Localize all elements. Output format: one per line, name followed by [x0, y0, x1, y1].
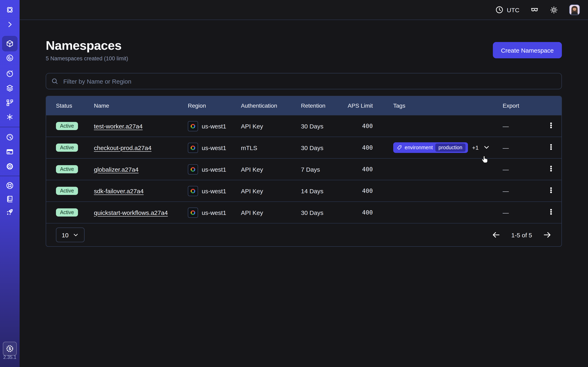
- col-name: Name: [94, 102, 188, 109]
- row-menu-kebab-icon[interactable]: [545, 120, 557, 132]
- region-label: us-west1: [202, 144, 226, 151]
- namespace-link[interactable]: quickstart-workflows.a27a4: [94, 209, 168, 216]
- sidebar-item-monitoring[interactable]: [6, 54, 14, 62]
- region-label: us-west1: [202, 187, 226, 194]
- filter-input[interactable]: [62, 77, 557, 85]
- rocket-icon: [6, 208, 14, 216]
- app-version: 2.35.1: [0, 355, 20, 360]
- gcp-region-icon: [188, 186, 198, 196]
- labs-toggle-button[interactable]: [530, 5, 539, 14]
- table-row: Active checkout-prod.a27a4 us-west1 mTLS…: [46, 137, 562, 158]
- auth-label: API Key: [241, 209, 301, 216]
- sidebar-expand-chevron-icon[interactable]: [6, 20, 14, 29]
- export-value: —: [503, 187, 535, 194]
- timezone-button[interactable]: UTC: [495, 6, 519, 14]
- row-menu-kebab-icon[interactable]: [545, 142, 557, 153]
- sidebar-item-namespaces[interactable]: [6, 40, 14, 48]
- sidebar-divider: [0, 127, 20, 127]
- retention-label: 7 Days: [301, 166, 340, 173]
- sidebar-item-schedules[interactable]: [6, 69, 14, 77]
- row-menu-kebab-icon[interactable]: [545, 164, 557, 175]
- next-page-button[interactable]: [543, 230, 552, 239]
- table-footer: 10 1-5 of 5: [46, 223, 562, 246]
- tag-pill[interactable]: environment production: [393, 142, 468, 153]
- chevron-down-icon: [73, 232, 79, 238]
- book-sparkles-icon: [6, 195, 14, 203]
- sidebar-item-support[interactable]: [6, 182, 14, 190]
- page-title: Namespaces: [46, 39, 128, 53]
- export-value: —: [503, 144, 535, 151]
- table-header-row: Status Name Region Authentication Retent…: [46, 96, 562, 115]
- retention-label: 30 Days: [301, 209, 340, 216]
- search-icon: [51, 77, 58, 85]
- tags-expand-chevron-icon[interactable]: [483, 144, 490, 151]
- status-badge: Active: [56, 143, 78, 152]
- pricing-seal-button[interactable]: $: [3, 342, 17, 356]
- region-label: us-west1: [202, 166, 226, 173]
- gcp-region-icon: [188, 164, 198, 174]
- svg-text:$: $: [9, 346, 11, 351]
- tags-cell: environment production +1: [393, 142, 503, 153]
- page-size-value: 10: [62, 231, 68, 238]
- table-row: Active globalizer.a27a4 us-west1 API Key…: [46, 158, 562, 180]
- gear-icon: [6, 162, 14, 170]
- namespace-link[interactable]: sdk-failover.a27a4: [94, 187, 144, 194]
- asterisk-icon: [6, 113, 14, 121]
- app-window: $ 2.35.1 UTC Namespaces 5 Nam: [0, 0, 588, 367]
- gauge-icon: [6, 133, 14, 141]
- glasses-icon: [530, 5, 539, 14]
- aps-value: 400: [340, 209, 373, 216]
- namespace-link[interactable]: checkout-prod.a27a4: [94, 144, 151, 151]
- cube-icon: [6, 40, 14, 48]
- tag-key: environment: [405, 145, 433, 150]
- sidebar-item-billing[interactable]: [6, 148, 14, 156]
- sidebar-item-settings[interactable]: [6, 162, 14, 170]
- avatar-portrait: [570, 5, 579, 15]
- credit-card-icon: [6, 148, 14, 156]
- clock-icon: [495, 6, 503, 14]
- namespaces-table: Status Name Region Authentication Retent…: [46, 96, 562, 247]
- row-menu-kebab-icon[interactable]: [545, 185, 557, 197]
- topbar: UTC: [20, 0, 588, 20]
- sidebar-item-nexus[interactable]: [6, 113, 14, 121]
- status-badge: Active: [56, 165, 78, 174]
- sidebar-item-deployments[interactable]: [6, 99, 14, 107]
- export-value: —: [503, 166, 535, 173]
- gcp-region-icon: [188, 142, 198, 153]
- col-retention: Retention: [301, 102, 340, 109]
- aps-value: 400: [340, 166, 373, 173]
- status-badge: Active: [56, 187, 78, 195]
- status-badge: Active: [56, 122, 78, 130]
- sidebar: $ 2.35.1: [0, 0, 20, 367]
- export-value: —: [503, 209, 535, 216]
- page-size-select[interactable]: 10: [56, 227, 85, 242]
- auth-label: mTLS: [241, 144, 301, 151]
- sidebar-item-usage[interactable]: [6, 133, 14, 141]
- retention-label: 30 Days: [301, 144, 340, 151]
- retention-label: 14 Days: [301, 187, 340, 194]
- status-badge: Active: [56, 208, 78, 217]
- user-avatar[interactable]: [569, 4, 580, 15]
- gcp-region-icon: [188, 207, 198, 217]
- pagination-range: 1-5 of 5: [511, 231, 532, 238]
- theme-toggle-button[interactable]: [550, 5, 559, 14]
- branch-icon: [6, 99, 14, 107]
- sidebar-item-getting-started[interactable]: [6, 208, 14, 216]
- dollar-seal-icon: $: [5, 344, 14, 353]
- col-tags: Tags: [393, 102, 503, 109]
- namespace-link[interactable]: test-worker.a27a4: [94, 123, 143, 129]
- namespace-link[interactable]: globalizer.a27a4: [94, 166, 139, 173]
- sidebar-item-stacks[interactable]: [6, 84, 14, 92]
- create-namespace-button[interactable]: Create Namespace: [493, 42, 562, 58]
- sidebar-item-docs[interactable]: [6, 195, 14, 203]
- radar-icon: [6, 54, 14, 62]
- page-subtitle: 5 Namespaces created (100 limit): [46, 55, 128, 62]
- auth-label: API Key: [241, 187, 301, 194]
- prev-page-button[interactable]: [492, 230, 501, 239]
- aps-value: 400: [340, 188, 373, 194]
- aps-value: 400: [340, 123, 373, 129]
- temporal-logo-icon[interactable]: [6, 6, 14, 14]
- arrow-left-icon: [492, 230, 501, 239]
- row-menu-kebab-icon[interactable]: [545, 207, 557, 218]
- gcp-region-icon: [188, 121, 198, 131]
